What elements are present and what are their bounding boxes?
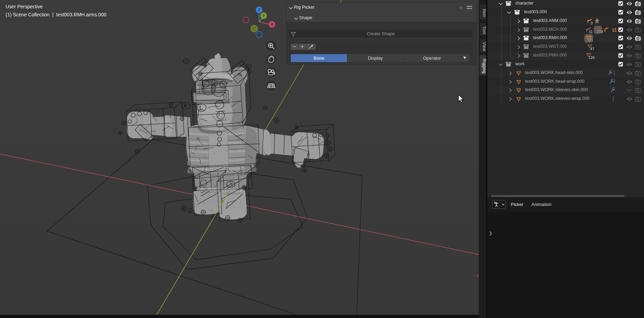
svg-text:Z: Z xyxy=(258,8,260,12)
svg-text:X: X xyxy=(271,23,273,27)
svg-text:Y: Y xyxy=(263,14,265,18)
